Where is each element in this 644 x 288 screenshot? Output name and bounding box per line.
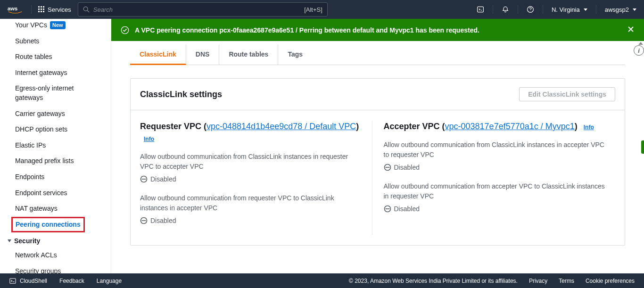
main-content: A VPC peering connection pcx-0faaea2687e… bbox=[111, 19, 644, 273]
info-panel-toggle[interactable]: i bbox=[634, 45, 644, 56]
new-badge: New bbox=[50, 21, 66, 29]
check-circle-icon bbox=[121, 26, 129, 34]
divider bbox=[543, 5, 543, 14]
sidebar-item-subnets[interactable]: Subnets bbox=[0, 33, 111, 49]
accepter-info-link[interactable]: Info bbox=[584, 124, 594, 131]
disabled-icon bbox=[140, 175, 148, 183]
disabled-icon bbox=[384, 164, 391, 171]
sidebar-item-dhcp-option-sets[interactable]: DHCP option sets bbox=[0, 122, 111, 138]
requester-status-1: Disabled bbox=[140, 175, 363, 183]
svg-line-2 bbox=[87, 10, 89, 12]
accepter-vpc-link[interactable]: vpc-003817e7ef5770a1c / Myvpc1 bbox=[445, 122, 575, 131]
account-menu[interactable]: awsgsp2 bbox=[605, 6, 636, 13]
grid-icon bbox=[38, 6, 45, 13]
top-nav: aws Services Search [Alt+S] N. Virginia … bbox=[0, 0, 644, 19]
sidebar-item-endpoint-services[interactable]: Endpoint services bbox=[0, 185, 111, 201]
sidebar-item-internet-gateways[interactable]: Internet gateways bbox=[0, 65, 111, 81]
accepter-column: Accepter VPC (vpc-003817e7ef5770a1c / My… bbox=[372, 121, 616, 235]
sidebar-item-elastic-ips[interactable]: Elastic IPs bbox=[0, 138, 111, 154]
requester-vpc-heading: Requester VPC (vpc-048814d1b4ee9cd78 / D… bbox=[140, 121, 363, 144]
divider bbox=[518, 5, 518, 14]
accepter-vpc-heading: Accepter VPC (vpc-003817e7ef5770a1c / My… bbox=[384, 121, 606, 132]
disabled-icon bbox=[384, 205, 391, 213]
triangle-down-icon bbox=[8, 239, 11, 242]
classiclink-panel: ClassicLink settings Edit ClassicLink se… bbox=[130, 78, 625, 246]
help-icon[interactable] bbox=[527, 6, 534, 13]
banner-text: A VPC peering connection pcx-0faaea2687e… bbox=[135, 26, 479, 34]
accepter-desc-1: Allow outbound communication from Classi… bbox=[384, 140, 606, 160]
search-shortcut: [Alt+S] bbox=[304, 6, 322, 13]
cookie-link[interactable]: Cookie preferences bbox=[586, 278, 635, 284]
caret-down-icon bbox=[584, 8, 587, 11]
privacy-link[interactable]: Privacy bbox=[529, 278, 547, 284]
close-banner-button[interactable] bbox=[627, 25, 635, 34]
svg-point-1 bbox=[83, 7, 88, 11]
caret-down-icon bbox=[633, 8, 636, 11]
tab-tags[interactable]: Tags bbox=[278, 45, 312, 65]
svg-rect-14 bbox=[10, 278, 16, 283]
cloudshell-icon bbox=[9, 278, 16, 284]
footer: CloudShell Feedback Language © 2023, Ama… bbox=[0, 273, 644, 288]
terms-link[interactable]: Terms bbox=[559, 278, 574, 284]
content-area: ClassicLink DNS Route tables Tags Classi… bbox=[111, 41, 644, 273]
accepter-desc-2: Allow outbound communication from accept… bbox=[384, 181, 606, 201]
panel-header: ClassicLink settings Edit ClassicLink se… bbox=[131, 79, 625, 110]
search-placeholder: Search bbox=[93, 6, 113, 13]
sidebar: Your VPCsNew Subnets Route tables Intern… bbox=[0, 19, 111, 273]
feedback-link[interactable]: Feedback bbox=[59, 278, 84, 284]
services-label: Services bbox=[48, 6, 71, 13]
sidebar-item-endpoints[interactable]: Endpoints bbox=[0, 169, 111, 185]
tab-dns[interactable]: DNS bbox=[186, 45, 220, 65]
sidebar-item-your-vpcs[interactable]: Your VPCsNew bbox=[0, 21, 111, 33]
sidebar-item-carrier-gateways[interactable]: Carrier gateways bbox=[0, 106, 111, 122]
tab-bar: ClassicLink DNS Route tables Tags bbox=[130, 45, 625, 65]
edit-classiclink-button[interactable]: Edit ClassicLink settings bbox=[519, 87, 615, 101]
close-icon bbox=[627, 25, 635, 33]
search-input[interactable]: Search [Alt+S] bbox=[78, 2, 328, 16]
sidebar-item-route-tables[interactable]: Route tables bbox=[0, 49, 111, 65]
panel-title: ClassicLink settings bbox=[140, 90, 222, 99]
bell-icon[interactable] bbox=[502, 6, 509, 13]
side-tab-icon[interactable] bbox=[641, 140, 644, 154]
sidebar-section-security[interactable]: Security bbox=[0, 232, 111, 247]
aws-logo[interactable]: aws bbox=[8, 5, 23, 14]
language-link[interactable]: Language bbox=[97, 278, 122, 284]
tab-route-tables[interactable]: Route tables bbox=[219, 45, 278, 65]
divider bbox=[596, 5, 596, 14]
scroll-up-icon bbox=[638, 42, 643, 45]
divider bbox=[493, 5, 493, 14]
accepter-status-2: Disabled bbox=[384, 205, 606, 213]
accepter-status-1: Disabled bbox=[384, 164, 606, 171]
disabled-icon bbox=[140, 217, 148, 224]
divider bbox=[31, 5, 32, 14]
sidebar-item-egress-gateways[interactable]: Egress-only internet gateways bbox=[0, 81, 111, 106]
svg-text:aws: aws bbox=[8, 6, 17, 11]
copyright-text: © 2023, Amazon Web Services India Privat… bbox=[349, 278, 518, 284]
success-banner: A VPC peering connection pcx-0faaea2687e… bbox=[111, 19, 644, 41]
nav-right: N. Virginia awsgsp2 bbox=[477, 5, 636, 14]
sidebar-item-managed-prefix-lists[interactable]: Managed prefix lists bbox=[0, 153, 111, 169]
sidebar-item-peering-connections[interactable]: Peering connections bbox=[11, 217, 85, 233]
sidebar-item-security-groups[interactable]: Security groups bbox=[0, 263, 111, 273]
search-icon bbox=[83, 6, 90, 13]
sidebar-item-network-acls[interactable]: Network ACLs bbox=[0, 247, 111, 263]
requester-column: Requester VPC (vpc-048814d1b4ee9cd78 / D… bbox=[140, 121, 372, 235]
requester-desc-2: Allow outbound communication from reques… bbox=[140, 193, 363, 213]
services-menu[interactable]: Services bbox=[38, 6, 71, 13]
requester-status-2: Disabled bbox=[140, 217, 363, 224]
requester-vpc-link[interactable]: vpc-048814d1b4ee9cd78 / Default VPC bbox=[206, 122, 356, 131]
region-selector[interactable]: N. Virginia bbox=[552, 6, 587, 13]
requester-info-link[interactable]: Info bbox=[144, 136, 154, 142]
cloudshell-icon[interactable] bbox=[477, 6, 484, 13]
panel-body: Requester VPC (vpc-048814d1b4ee9cd78 / D… bbox=[131, 110, 625, 245]
sidebar-item-nat-gateways[interactable]: NAT gateways bbox=[0, 201, 111, 217]
tab-classiclink[interactable]: ClassicLink bbox=[130, 45, 186, 65]
cloudshell-button[interactable]: CloudShell bbox=[9, 278, 47, 284]
requester-desc-1: Allow outbound communication from Classi… bbox=[140, 152, 363, 172]
